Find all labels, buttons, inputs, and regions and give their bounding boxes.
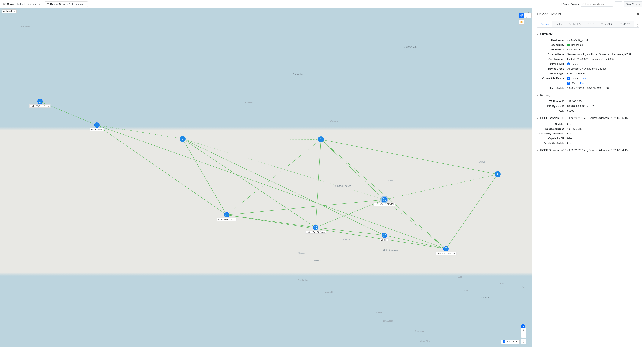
device-groups-control[interactable]: Device Groups All Locations bbox=[45, 1, 88, 7]
bookmark-icon bbox=[559, 3, 562, 6]
svg-rect-0 bbox=[4, 3, 6, 5]
show-label: Show bbox=[7, 3, 14, 6]
saved-views-label: Saved Views bbox=[559, 3, 579, 6]
saved-view-input[interactable] bbox=[581, 2, 613, 7]
device-groups-label: Device Groups bbox=[50, 3, 68, 6]
save-view-button[interactable]: Save View ∨ bbox=[624, 1, 642, 7]
main-toolbar: Show Traffic Engineering Device Groups A… bbox=[0, 0, 644, 8]
show-select[interactable]: Traffic Engineering bbox=[15, 2, 42, 6]
device-groups-value: All Locations bbox=[69, 3, 83, 6]
list-icon bbox=[46, 3, 49, 6]
more-actions-button[interactable]: ••• bbox=[615, 1, 622, 7]
show-control: Show Traffic Engineering bbox=[2, 1, 43, 7]
chevron-down-icon: ∨ bbox=[639, 3, 640, 5]
show-icon bbox=[4, 3, 6, 6]
